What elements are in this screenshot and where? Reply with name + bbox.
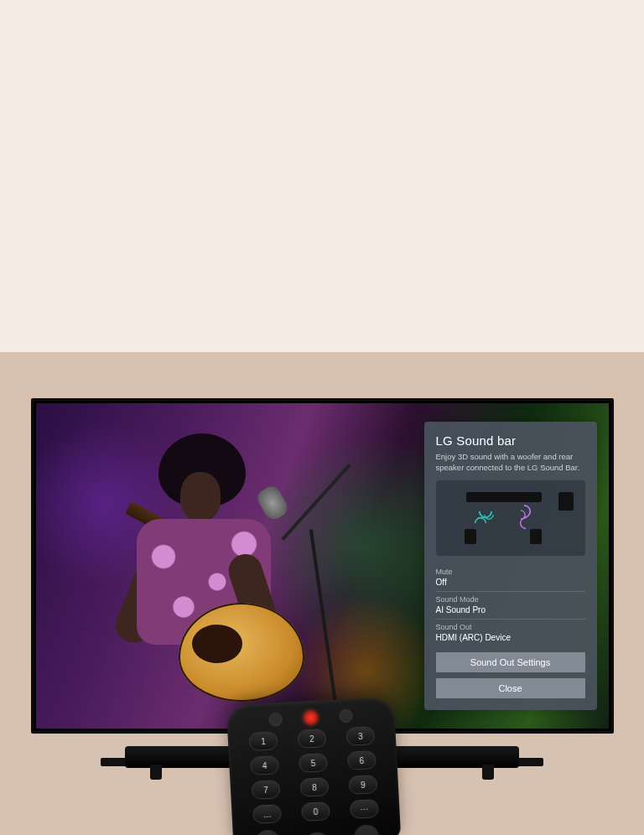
tv-frame: LG Sound bar Enjoy 3D sound with a woofe… (31, 398, 614, 734)
channel-rocker[interactable] (353, 824, 380, 835)
setting-value: Off (436, 578, 585, 587)
remote-key-0[interactable]: 0 (301, 801, 330, 822)
remote-key-7[interactable]: 7 (251, 780, 280, 800)
close-button[interactable]: Close (436, 678, 585, 698)
remote-key-3[interactable]: 3 (345, 726, 375, 746)
setting-label: Sound Mode (436, 595, 585, 604)
musician-illustration (95, 427, 346, 729)
diagram-rear-left-icon (465, 529, 476, 544)
musician-face (180, 472, 221, 521)
remote-key-9[interactable]: 9 (348, 775, 377, 795)
volume-rocker[interactable] (255, 829, 282, 835)
remote-key-options[interactable]: ⋯ (350, 799, 379, 819)
remote-button-generic[interactable] (268, 713, 283, 727)
power-icon[interactable] (304, 711, 318, 725)
mic-boom (281, 464, 351, 541)
setting-row-sound-mode[interactable]: Sound Mode AI Sound Pro (436, 592, 585, 620)
remote-key-5[interactable]: 5 (299, 753, 328, 773)
sound-out-settings-button[interactable]: Sound Out Settings (436, 652, 585, 672)
remote-key-more[interactable]: … (252, 804, 282, 824)
remote-number-pad: 1 2 3 4 5 6 7 8 9 … 0 ⋯ (244, 726, 382, 824)
home-button[interactable] (304, 832, 331, 835)
setting-row-mute[interactable]: Mute Off (436, 564, 585, 592)
setting-value: HDMI (ARC) Device (436, 633, 585, 642)
remote-key-4[interactable]: 4 (250, 755, 279, 775)
setting-label: Sound Out (436, 623, 585, 631)
diagram-subwoofer-icon (558, 492, 574, 511)
speaker-layout-diagram (436, 480, 585, 556)
microphone-icon (254, 484, 290, 523)
panel-description: Enjoy 3D sound with a woofer and rear sp… (436, 452, 585, 474)
setting-row-sound-out[interactable]: Sound Out HDMI (ARC) Device (436, 620, 585, 646)
panel-title: LG Sound bar (436, 433, 585, 448)
remote-key-2[interactable]: 2 (297, 729, 326, 749)
remote-key-6[interactable]: 6 (347, 750, 377, 770)
page-upper-blank (0, 0, 644, 352)
mic-stand (309, 529, 342, 729)
diagram-rear-right-icon (530, 529, 542, 544)
mic-icon[interactable] (339, 708, 353, 723)
setting-value: AI Sound Pro (436, 605, 585, 615)
remote-control: 1 2 3 4 5 6 7 8 9 … 0 ⋯ (226, 697, 402, 835)
sound-settings-panel: LG Sound bar Enjoy 3D sound with a woofe… (424, 422, 597, 710)
tv-screen: LG Sound bar Enjoy 3D sound with a woofe… (36, 403, 609, 729)
remote-key-8[interactable]: 8 (299, 777, 329, 797)
remote-key-1[interactable]: 1 (248, 731, 278, 751)
product-scene: LG Sound bar Enjoy 3D sound with a woofe… (0, 352, 644, 835)
diagram-soundbar-icon (466, 492, 542, 502)
setting-label: Mute (436, 568, 585, 576)
guitar-pickguard (192, 625, 242, 663)
